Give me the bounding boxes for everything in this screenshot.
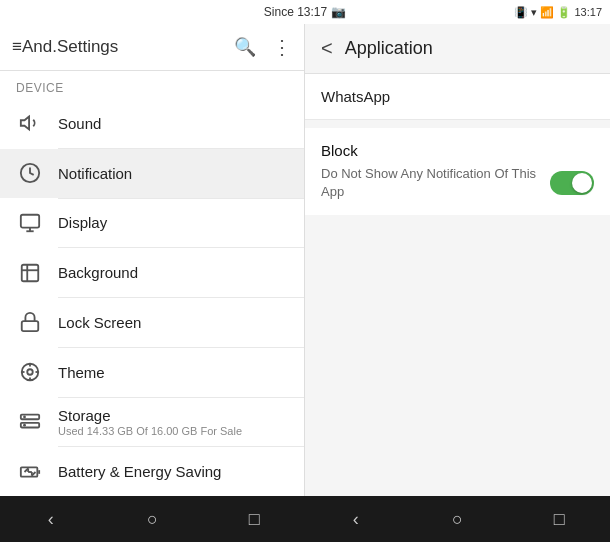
bottom-nav-right: ‹ ○ □ [305, 496, 610, 542]
theme-label: Theme [58, 364, 288, 381]
nav-recent-right[interactable]: □ [539, 496, 579, 542]
block-toggle[interactable] [550, 171, 594, 195]
battery-label: Battery & Energy Saving [58, 463, 288, 480]
toggle-knob [572, 173, 592, 193]
back-button[interactable]: < [321, 37, 333, 60]
sound-icon [16, 109, 44, 137]
theme-content: Theme [58, 364, 288, 381]
menu-item-display[interactable]: Display [0, 198, 304, 247]
left-panel: ≡And.Settings 🔍 ⋮ DEVICE Sound [0, 24, 305, 496]
svg-rect-2 [21, 215, 39, 228]
display-label: Display [58, 214, 288, 231]
signal-icon: 📶 [540, 6, 554, 19]
status-camera-icon: 📷 [331, 5, 346, 19]
menu-item-background[interactable]: Background [0, 248, 304, 297]
right-panel: < Application WhatsApp Block Do Not Show… [305, 24, 610, 496]
background-label: Background [58, 264, 288, 281]
app-name: WhatsApp [321, 88, 390, 105]
theme-icon [16, 358, 44, 386]
storage-icon [16, 408, 44, 436]
nav-back-right[interactable]: ‹ [336, 496, 376, 542]
svg-rect-6 [22, 321, 39, 331]
bottom-nav-left: ‹ ○ □ [0, 496, 305, 542]
background-icon [16, 259, 44, 287]
app-name-row[interactable]: WhatsApp [305, 74, 610, 120]
vibrate-icon: 📳 [514, 6, 528, 19]
status-bar: Since 13:17 📷 📳 ▾ 📶 🔋 13:17 [0, 0, 610, 24]
notification-content: Notification [58, 165, 288, 182]
block-setting-card: Block Do Not Show Any Notification Of Th… [305, 128, 610, 215]
bottom-nav: ‹ ○ □ ‹ ○ □ [0, 496, 610, 542]
storage-content: Storage Used 14.33 GB Of 16.00 GB For Sa… [58, 407, 288, 437]
svg-rect-5 [22, 264, 39, 281]
status-time: 13:17 [574, 6, 602, 18]
menu-item-battery[interactable]: Battery & Energy Saving [0, 447, 304, 496]
nav-home-left[interactable]: ○ [132, 496, 172, 542]
battery-icon: 🔋 [557, 6, 571, 19]
lockscreen-icon [16, 308, 44, 336]
display-icon [16, 209, 44, 237]
sound-label: Sound [58, 115, 288, 132]
block-row: Do Not Show Any Notification Of This App [321, 165, 594, 201]
search-icon[interactable]: 🔍 [234, 36, 256, 58]
status-bar-center: Since 13:17 📷 [264, 5, 346, 19]
nav-home-right[interactable]: ○ [437, 496, 477, 542]
lockscreen-label: Lock Screen [58, 314, 288, 331]
menu-item-storage[interactable]: Storage Used 14.33 GB Of 16.00 GB For Sa… [0, 397, 304, 446]
menu-item-lockscreen[interactable]: Lock Screen [0, 298, 304, 347]
background-content: Background [58, 264, 288, 281]
notification-icon [16, 159, 44, 187]
nav-back-left[interactable]: ‹ [31, 496, 71, 542]
more-icon[interactable]: ⋮ [272, 35, 292, 59]
display-content: Display [58, 214, 288, 231]
nav-recent-left[interactable]: □ [234, 496, 274, 542]
sound-content: Sound [58, 115, 288, 132]
storage-label: Storage [58, 407, 288, 424]
right-header: < Application [305, 24, 610, 74]
lockscreen-content: Lock Screen [58, 314, 288, 331]
svg-point-8 [27, 369, 33, 375]
status-bar-right: 📳 ▾ 📶 🔋 13:17 [514, 6, 602, 19]
header-icons: 🔍 ⋮ [234, 35, 292, 59]
settings-title: ≡And.Settings [12, 37, 226, 57]
notification-label: Notification [58, 165, 288, 182]
storage-subtitle: Used 14.33 GB Of 16.00 GB For Sale [58, 425, 288, 437]
menu-item-notification[interactable]: Notification [0, 149, 304, 198]
right-panel-title: Application [345, 38, 433, 59]
main-area: ≡And.Settings 🔍 ⋮ DEVICE Sound [0, 24, 610, 496]
menu-item-theme[interactable]: Theme [0, 348, 304, 397]
battery-content: Battery & Energy Saving [58, 463, 288, 480]
left-header: ≡And.Settings 🔍 ⋮ [0, 24, 304, 71]
svg-marker-0 [21, 117, 29, 130]
battery-menu-icon [16, 458, 44, 486]
status-since: Since 13:17 [264, 5, 327, 19]
block-description: Do Not Show Any Notification Of This App [321, 165, 550, 201]
menu-item-sound[interactable]: Sound [0, 99, 304, 148]
block-title: Block [321, 142, 594, 159]
device-section-label: DEVICE [0, 71, 304, 99]
wifi-icon: ▾ [531, 6, 537, 19]
